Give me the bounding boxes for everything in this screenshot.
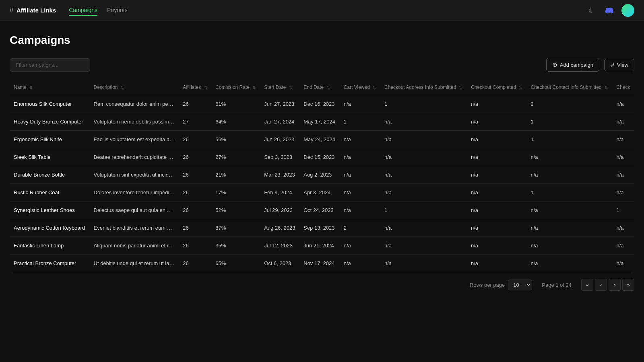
table-header: Name ⇅ Description ⇅ Affiliates ⇅ Comiss… xyxy=(10,80,634,95)
col-cart-viewed[interactable]: Cart Viewed ⇅ xyxy=(340,80,380,95)
cell-commission_rate: 17% xyxy=(211,184,260,202)
col-name[interactable]: Name ⇅ xyxy=(10,80,90,95)
cell-affiliates: 26 xyxy=(179,202,211,219)
cell-check: n/a xyxy=(613,166,634,184)
col-commission[interactable]: Comission Rate ⇅ xyxy=(211,80,260,95)
theme-icon[interactable]: ☾ xyxy=(586,5,597,16)
cell-start_date: Feb 9, 2024 xyxy=(260,184,299,202)
table-row[interactable]: Enormous Silk ComputerRem consequatur do… xyxy=(10,95,634,113)
cell-cart_viewed: n/a xyxy=(340,131,380,148)
cell-checkout_address: n/a xyxy=(380,113,467,131)
header-nav: Campaigns Payouts xyxy=(69,5,586,16)
cell-affiliates: 26 xyxy=(179,255,211,272)
col-check[interactable]: Check xyxy=(613,80,634,95)
cell-cart_viewed: n/a xyxy=(340,95,380,113)
table-row[interactable]: Sleek Silk TableBeatae reprehenderit cup… xyxy=(10,148,634,166)
header: // Affiliate Links Campaigns Payouts ☾ xyxy=(0,0,644,21)
cell-description: Delectus saepe qui aut quia enim facere … xyxy=(90,202,179,219)
cell-checkout_contact: n/a xyxy=(527,166,613,184)
last-page-button[interactable]: » xyxy=(622,279,634,291)
col-checkout-contact[interactable]: Checkout Contact Info Submitted ⇅ xyxy=(527,80,613,95)
cell-commission_rate: 61% xyxy=(211,95,260,113)
table-row[interactable]: Practical Bronze ComputerUt debitis unde… xyxy=(10,255,634,272)
table-row[interactable]: Synergistic Leather ShoesDelectus saepe … xyxy=(10,202,634,219)
cell-end_date: Nov 17, 2024 xyxy=(299,255,340,272)
cell-commission_rate: 56% xyxy=(211,131,260,148)
first-page-button[interactable]: « xyxy=(581,279,593,291)
sort-icon-description: ⇅ xyxy=(121,85,124,90)
sort-icon-cart-viewed: ⇅ xyxy=(373,85,376,90)
cell-checkout_address: n/a xyxy=(380,148,467,166)
table-row[interactable]: Ergonomic Silk KnifeFacilis voluptatem e… xyxy=(10,131,634,148)
cell-end_date: Sep 13, 2023 xyxy=(299,219,340,237)
view-label: View xyxy=(617,62,628,68)
cell-checkout_address: n/a xyxy=(380,219,467,237)
table-row[interactable]: Rustic Rubber CoatDolores inventore tene… xyxy=(10,184,634,202)
prev-page-button[interactable]: ‹ xyxy=(595,279,607,291)
filter-input[interactable] xyxy=(10,58,90,72)
add-campaign-button[interactable]: ⊕ Add campaign xyxy=(546,58,599,72)
cell-name: Sleek Silk Table xyxy=(10,148,90,166)
cell-description: Aliquam nobis pariatur animi et recusand… xyxy=(90,237,179,255)
cell-name: Durable Bronze Bottle xyxy=(10,166,90,184)
col-checkout-completed[interactable]: Checkout Completed ⇅ xyxy=(467,80,527,95)
sort-icon-commission: ⇅ xyxy=(252,85,256,90)
header-actions: ☾ xyxy=(586,4,634,17)
pagination-bar: Rows per page 10 25 50 100 Page 1 of 24 … xyxy=(10,272,634,297)
col-end-date[interactable]: End Date ⇅ xyxy=(299,80,340,95)
cell-checkout_contact: n/a xyxy=(527,255,613,272)
cell-checkout_completed: n/a xyxy=(467,202,527,219)
campaigns-table-wrapper: Name ⇅ Description ⇅ Affiliates ⇅ Comiss… xyxy=(10,80,634,272)
col-affiliates[interactable]: Affiliates ⇅ xyxy=(179,80,211,95)
cell-commission_rate: 87% xyxy=(211,219,260,237)
cell-end_date: May 17, 2024 xyxy=(299,113,340,131)
cell-check: n/a xyxy=(613,148,634,166)
nav-payouts[interactable]: Payouts xyxy=(107,5,128,16)
cell-start_date: Jan 27, 2024 xyxy=(260,113,299,131)
cell-name: Practical Bronze Computer xyxy=(10,255,90,272)
nav-campaigns[interactable]: Campaigns xyxy=(69,5,97,16)
cell-commission_rate: 52% xyxy=(211,202,260,219)
rows-per-page-select[interactable]: 10 25 50 100 xyxy=(508,280,532,290)
cell-name: Synergistic Leather Shoes xyxy=(10,202,90,219)
table-row[interactable]: Durable Bronze BottleVoluptatem sint exp… xyxy=(10,166,634,184)
cell-cart_viewed: n/a xyxy=(340,237,380,255)
cell-checkout_contact: 1 xyxy=(527,131,613,148)
sort-icon-checkout-contact: ⇅ xyxy=(605,85,608,90)
table-row[interactable]: Fantastic Linen LampAliquam nobis pariat… xyxy=(10,237,634,255)
cell-end_date: Dec 16, 2023 xyxy=(299,95,340,113)
cell-checkout_completed: n/a xyxy=(467,131,527,148)
cell-cart_viewed: n/a xyxy=(340,148,380,166)
cell-start_date: Jun 26, 2023 xyxy=(260,131,299,148)
cell-start_date: Jul 29, 2023 xyxy=(260,202,299,219)
avatar[interactable] xyxy=(621,4,634,17)
sort-icon-start-date: ⇅ xyxy=(289,85,292,90)
col-checkout-address[interactable]: Checkout Address Info Submitted ⇅ xyxy=(380,80,467,95)
cell-checkout_contact: n/a xyxy=(527,219,613,237)
cell-cart_viewed: n/a xyxy=(340,184,380,202)
col-description[interactable]: Description ⇅ xyxy=(90,80,179,95)
table-row[interactable]: Aerodynamic Cotton KeyboardEveniet bland… xyxy=(10,219,634,237)
cell-checkout_contact: n/a xyxy=(527,202,613,219)
brand-name: Affiliate Links xyxy=(17,7,56,14)
table-row[interactable]: Heavy Duty Bronze ComputerVoluptatem nem… xyxy=(10,113,634,131)
cell-checkout_completed: n/a xyxy=(467,148,527,166)
page-content: Campaigns ⊕ Add campaign ⇄ View Name ⇅ D… xyxy=(0,21,644,307)
cell-cart_viewed: n/a xyxy=(340,166,380,184)
cell-affiliates: 26 xyxy=(179,166,211,184)
view-button[interactable]: ⇄ View xyxy=(604,59,634,71)
cell-checkout_contact: n/a xyxy=(527,237,613,255)
cell-check: n/a xyxy=(613,113,634,131)
cell-start_date: Jun 27, 2023 xyxy=(260,95,299,113)
cell-affiliates: 27 xyxy=(179,113,211,131)
col-start-date[interactable]: Start Date ⇅ xyxy=(260,80,299,95)
cell-checkout_completed: n/a xyxy=(467,166,527,184)
cell-affiliates: 26 xyxy=(179,95,211,113)
cell-checkout_contact: n/a xyxy=(527,148,613,166)
cell-checkout_address: n/a xyxy=(380,184,467,202)
cell-end_date: Aug 2, 2023 xyxy=(299,166,340,184)
sort-icon-name: ⇅ xyxy=(29,85,33,90)
discord-icon[interactable] xyxy=(604,5,615,16)
next-page-button[interactable]: › xyxy=(609,279,621,291)
cell-name: Ergonomic Silk Knife xyxy=(10,131,90,148)
